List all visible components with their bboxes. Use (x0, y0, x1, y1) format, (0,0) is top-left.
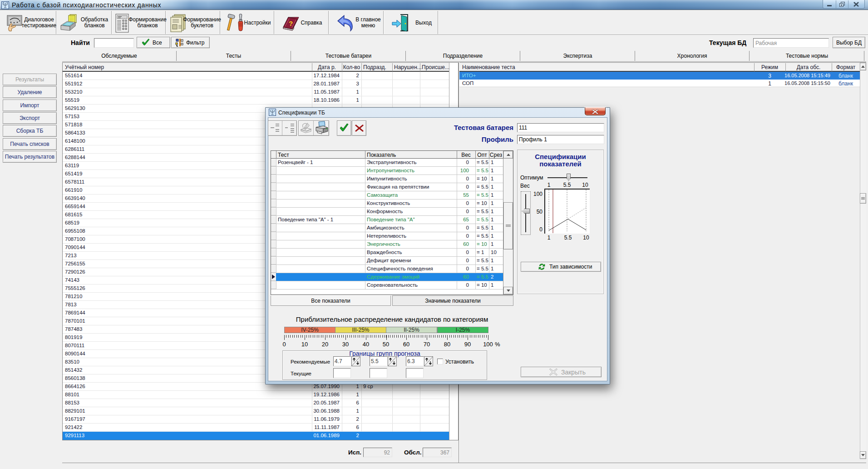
svg-text:?: ? (289, 20, 293, 27)
